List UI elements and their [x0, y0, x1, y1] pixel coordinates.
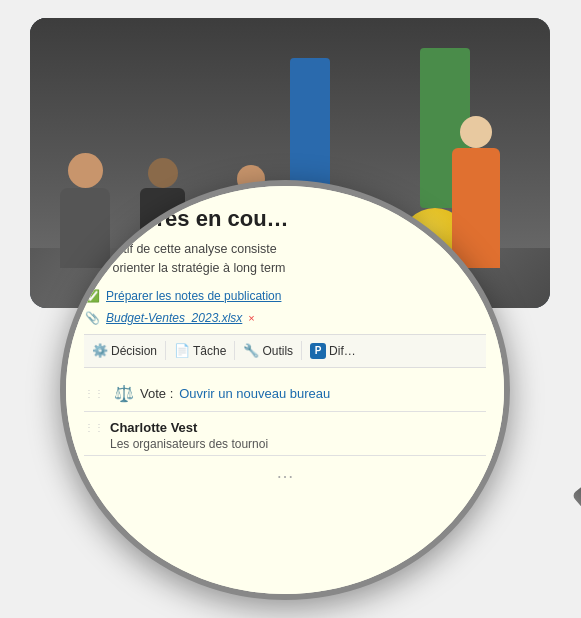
- vote-row: ⋮⋮ ⚖️ Vote : Ouvrir un nouveau bureau: [84, 376, 486, 412]
- file-close-button[interactable]: ×: [248, 312, 254, 324]
- link-item-1: ✅ Préparer les notes de publication: [84, 288, 486, 304]
- check-icon: ✅: [84, 288, 100, 304]
- charlotte-name: Charlotte Vest: [110, 420, 268, 435]
- drag-handle-vote[interactable]: ⋮⋮: [84, 388, 104, 399]
- link-publication[interactable]: Préparer les notes de publication: [106, 289, 281, 303]
- vote-icon: ⚖️: [114, 384, 134, 403]
- file-attachment: 📎 Budget-Ventes_2023.xlsx ×: [84, 310, 486, 326]
- vote-link[interactable]: Ouvrir un nouveau bureau: [179, 386, 330, 401]
- magnifier-handle: [572, 481, 581, 564]
- vote-label: Vote :: [140, 386, 173, 401]
- toolbar-outils[interactable]: 🔧 Outils: [235, 341, 302, 360]
- toolbar-tache[interactable]: 📄 Tâche: [166, 341, 235, 360]
- toolbar-decision-label: Décision: [111, 344, 157, 358]
- p-badge-icon: P: [310, 343, 326, 359]
- outils-icon: 🔧: [243, 343, 259, 358]
- toolbar-decision[interactable]: ⚙️ Décision: [84, 341, 166, 360]
- decision-icon: ⚙️: [92, 343, 108, 358]
- toolbar-dif-label: Dif…: [329, 344, 356, 358]
- charlotte-desc: Les organisateurs des tournoi: [110, 437, 268, 451]
- toolbar-outils-label: Outils: [262, 344, 293, 358]
- section-description: L'objectif de cette analyse consiste pou…: [84, 240, 486, 278]
- drag-handle-charlotte[interactable]: ⋮⋮: [84, 422, 104, 433]
- file-name[interactable]: Budget-Ventes_2023.xlsx: [106, 311, 242, 325]
- continuation-dots: …: [84, 456, 486, 483]
- file-icon: 📎: [84, 310, 100, 326]
- toolbar: ⚙️ Décision 📄 Tâche 🔧 Outils P Dif…: [84, 334, 486, 368]
- magnifier-overlay: 5. Affaires en cou… L'objectif de cette …: [60, 180, 510, 600]
- tache-icon: 📄: [174, 343, 190, 358]
- charlotte-row: ⋮⋮ Charlotte Vest Les organisateurs des …: [84, 412, 486, 456]
- toolbar-tache-label: Tâche: [193, 344, 226, 358]
- toolbar-dif[interactable]: P Dif…: [302, 341, 364, 361]
